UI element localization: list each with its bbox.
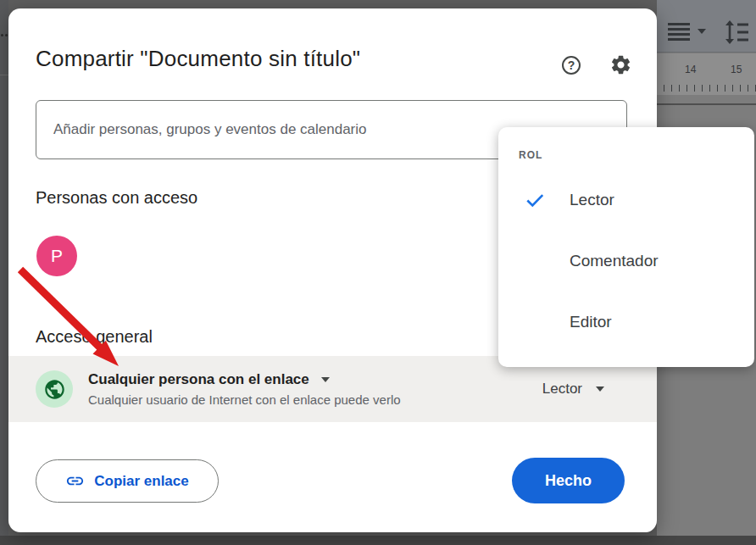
role-menu-item-lector[interactable]: Lector [498,170,754,231]
link-role-dropdown[interactable]: Lector [539,375,608,403]
ruler-number: 15 [731,64,742,75]
role-menu-item-label: Editor [570,313,612,331]
background-left-margin [0,0,8,545]
link-icon [65,471,85,491]
settings-button[interactable] [607,51,634,78]
done-button[interactable]: Hecho [512,458,625,503]
check-icon [524,189,546,211]
line-spacing-icon [725,20,748,44]
caret-down-icon [321,377,330,382]
link-scope-description: Cualquier usuario de Internet con el enl… [88,392,401,407]
dialog-title: Compartir "Documento sin título" [36,46,360,72]
ruler-ticks [657,85,756,92]
globe-icon-wrap [36,370,73,408]
people-with-access-heading: Personas con acceso [36,188,197,208]
role-menu-item-comentador[interactable]: Comentador [498,231,754,292]
link-scope-label: Cualquier persona con el enlace [88,371,309,388]
role-menu-item-label: Comentador [570,252,659,270]
globe-icon [43,378,66,401]
avatar-initial: P [51,246,63,266]
background-dot [5,34,8,36]
role-menu: ROL Lector Comentador Editor [498,127,754,367]
caret-down-icon [698,29,706,34]
docs-ruler: 14 15 [657,53,756,95]
align-justify-icon [668,23,690,42]
role-menu-item-label: Lector [570,191,614,209]
link-role-value: Lector [542,381,582,398]
ruler-number: 14 [685,64,696,75]
docs-toolbar [657,0,756,53]
help-button[interactable]: ? [558,52,585,79]
caret-down-icon [596,387,604,392]
general-access-heading: Acceso general [36,327,153,347]
help-icon: ? [562,56,581,75]
role-menu-item-editor[interactable]: Editor [498,292,754,353]
background-dot [1,34,3,36]
link-scope-dropdown[interactable]: Cualquier persona con el enlace [88,371,330,388]
background-left-divider [0,75,8,75]
role-menu-header: ROL [498,142,754,170]
copy-link-label: Copiar enlace [94,473,189,490]
avatar[interactable]: P [36,236,77,276]
background-bottom-edge [0,536,756,545]
settings-gear-icon [609,53,632,76]
page-top-edge [657,103,756,105]
copy-link-button[interactable]: Copiar enlace [36,459,219,503]
